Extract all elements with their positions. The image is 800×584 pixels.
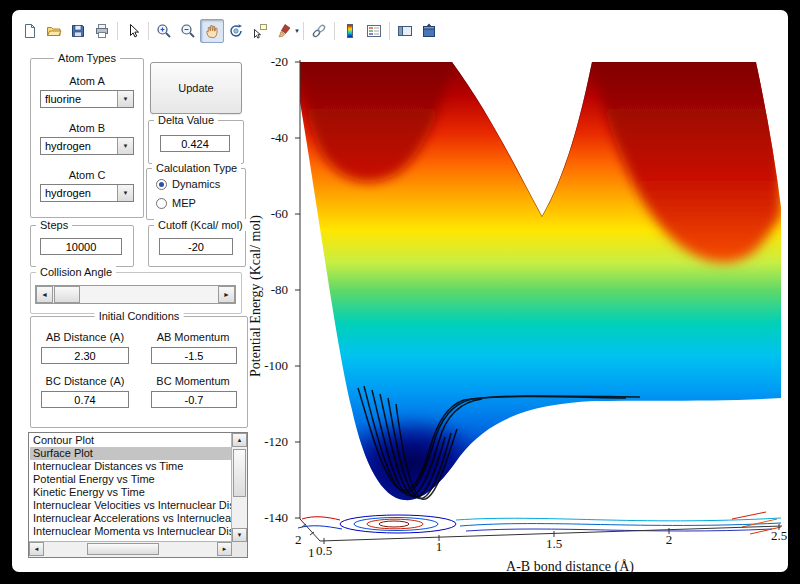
horizontal-scrollbar[interactable]: ◄ ► bbox=[29, 541, 232, 557]
cutoff-title: Cutoff (Kcal/ mol) bbox=[154, 219, 247, 231]
delta-value-field[interactable]: 0.424 bbox=[160, 135, 230, 152]
plot-type-rows: Contour Plot Surface Plot Internuclear D… bbox=[30, 434, 231, 541]
bc-distance-label: BC Distance (A) bbox=[31, 375, 139, 387]
potential-energy-surface bbox=[300, 62, 781, 511]
toolbar-separator bbox=[117, 22, 118, 40]
atom-c-dropdown[interactable]: hydrogen ▼ bbox=[40, 184, 134, 202]
collision-angle-groupbox: Collision Angle ◄ ► bbox=[30, 272, 242, 314]
y-tick: -80 bbox=[250, 282, 288, 298]
radio-dynamics[interactable]: Dynamics bbox=[156, 178, 220, 190]
slider-left-arrow-icon[interactable]: ◄ bbox=[36, 286, 53, 303]
plot-type-listbox: Contour Plot Surface Plot Internuclear D… bbox=[28, 432, 248, 558]
atom-c-label: Atom C bbox=[31, 169, 143, 181]
surface-plot-canvas[interactable] bbox=[294, 58, 784, 545]
atom-b-value: hydrogen bbox=[41, 140, 117, 152]
initial-conditions-title: Initial Conditions bbox=[95, 310, 184, 322]
atom-b-label: Atom B bbox=[31, 122, 143, 134]
toolbar-separator bbox=[389, 22, 390, 40]
print-icon[interactable] bbox=[90, 19, 114, 43]
list-item[interactable]: Internuclear Distances vs Time bbox=[30, 460, 231, 473]
chevron-down-icon[interactable]: ▼ bbox=[117, 185, 133, 201]
depth-tick: 2 bbox=[295, 532, 302, 548]
new-document-icon[interactable] bbox=[18, 19, 42, 43]
list-item[interactable]: Internuclear Accelerations vs Internucle… bbox=[30, 512, 231, 525]
scrollbar-corner bbox=[232, 542, 247, 557]
atom-types-groupbox: Atom Types Atom A fluorine ▼ Atom B hydr… bbox=[30, 58, 144, 218]
horizontal-scroll-thumb[interactable] bbox=[87, 543, 159, 555]
screenshot-root: { "toolbar": { "icons": ["new-document",… bbox=[0, 0, 800, 584]
x-axis-label: A-B bond distance (Å) bbox=[470, 559, 670, 572]
data-cursor-icon[interactable] bbox=[248, 19, 272, 43]
collision-angle-label: Collision Angle bbox=[36, 266, 116, 278]
radio-unselected-icon bbox=[156, 198, 167, 209]
open-file-icon[interactable] bbox=[42, 19, 66, 43]
slider-thumb[interactable] bbox=[54, 286, 80, 303]
list-item[interactable]: Contour Plot bbox=[30, 434, 231, 447]
cutoff-groupbox: Cutoff (Kcal/ mol) -20 bbox=[148, 225, 246, 267]
pointer-icon[interactable] bbox=[121, 19, 145, 43]
scroll-up-icon[interactable]: ▲ bbox=[232, 433, 247, 447]
chevron-down-icon[interactable]: ▼ bbox=[117, 138, 133, 154]
slider-right-arrow-icon[interactable]: ► bbox=[218, 286, 235, 303]
x-tick: 2 bbox=[654, 532, 684, 548]
vertical-scroll-thumb[interactable] bbox=[233, 449, 246, 497]
delta-value-title: Delta Value bbox=[154, 114, 218, 126]
update-button[interactable]: Update bbox=[150, 62, 242, 114]
calculation-type-title: Calculation Type bbox=[152, 162, 241, 174]
y-tick: -40 bbox=[250, 130, 288, 146]
calculation-type-groupbox: Calculation Type Dynamics MEP bbox=[146, 168, 246, 220]
list-item-selected[interactable]: Surface Plot bbox=[30, 447, 231, 460]
scroll-down-icon[interactable]: ▼ bbox=[232, 528, 247, 542]
x-tick: 1.5 bbox=[539, 536, 569, 552]
atom-b-dropdown[interactable]: hydrogen ▼ bbox=[40, 137, 134, 155]
delta-value-groupbox: Delta Value 0.424 bbox=[148, 120, 244, 164]
radio-mep[interactable]: MEP bbox=[156, 197, 196, 209]
toolbar-separator bbox=[334, 22, 335, 40]
steps-title: Steps bbox=[36, 219, 72, 231]
brush-icon[interactable] bbox=[272, 19, 296, 43]
insert-colorbar-icon[interactable] bbox=[338, 19, 362, 43]
zoom-out-icon[interactable] bbox=[176, 19, 200, 43]
radio-selected-icon bbox=[156, 179, 167, 190]
atom-a-dropdown[interactable]: fluorine ▼ bbox=[40, 90, 134, 108]
ab-distance-label: AB Distance (A) bbox=[31, 331, 139, 343]
link-plot-icon[interactable] bbox=[307, 19, 331, 43]
toolbar-separator bbox=[303, 22, 304, 40]
steps-field[interactable]: 10000 bbox=[40, 238, 122, 255]
list-item[interactable]: Kinetic Energy vs Time bbox=[30, 486, 231, 499]
bc-distance-field[interactable]: 0.74 bbox=[41, 391, 129, 408]
list-item[interactable]: Potential Energy vs Time bbox=[30, 473, 231, 486]
vertical-scrollbar[interactable]: ▲ ▼ bbox=[231, 433, 247, 542]
scroll-right-icon[interactable]: ► bbox=[217, 542, 232, 556]
list-item[interactable]: Internuclear Velocities vs Internuclear … bbox=[30, 499, 231, 512]
initial-conditions-groupbox: Initial Conditions AB Distance (A) AB Mo… bbox=[30, 316, 248, 428]
atom-types-title: Atom Types bbox=[54, 52, 120, 64]
pan-icon[interactable] bbox=[200, 19, 224, 43]
scroll-left-icon[interactable]: ◄ bbox=[29, 542, 44, 556]
x-tick: 1 bbox=[424, 539, 454, 555]
figure-window: ▼ Atom Types Atom A fluorine ▼ Atom B hy… bbox=[12, 10, 788, 572]
rotate-3d-icon[interactable] bbox=[224, 19, 248, 43]
x-tick: 0.5 bbox=[309, 543, 339, 559]
y-tick: -20 bbox=[250, 54, 288, 70]
toolbar-separator bbox=[148, 22, 149, 40]
save-icon[interactable] bbox=[66, 19, 90, 43]
ab-momentum-field[interactable]: -1.5 bbox=[151, 347, 237, 364]
radio-dynamics-label: Dynamics bbox=[172, 178, 220, 190]
chevron-down-icon[interactable]: ▼ bbox=[117, 91, 133, 107]
y-tick: -140 bbox=[250, 510, 288, 526]
atom-a-label: Atom A bbox=[31, 75, 143, 87]
dock-figure-icon[interactable] bbox=[417, 19, 441, 43]
steps-groupbox: Steps 10000 bbox=[30, 225, 134, 267]
bc-momentum-label: BC Momentum bbox=[139, 375, 247, 387]
list-item[interactable]: Internuclear Momenta vs Internuclear Dis… bbox=[30, 525, 231, 538]
hide-plot-tools-icon[interactable] bbox=[393, 19, 417, 43]
insert-legend-icon[interactable] bbox=[362, 19, 386, 43]
y-tick: -60 bbox=[250, 206, 288, 222]
zoom-in-icon[interactable] bbox=[152, 19, 176, 43]
cutoff-field[interactable]: -20 bbox=[159, 238, 233, 255]
bc-momentum-field[interactable]: -0.7 bbox=[151, 391, 237, 408]
collision-angle-slider[interactable]: ◄ ► bbox=[35, 285, 236, 304]
atom-c-value: hydrogen bbox=[41, 187, 117, 199]
ab-distance-field[interactable]: 2.30 bbox=[41, 347, 129, 364]
